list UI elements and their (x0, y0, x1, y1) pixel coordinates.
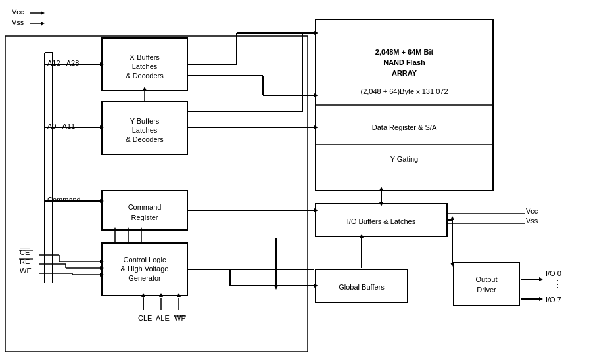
vcc-label: Vcc (12, 8, 24, 16)
data-register-label: Data Register & S/A (372, 124, 437, 131)
x-buffers-label1: X-Buffers (130, 53, 160, 61)
nand-array-label3: ARRAY (392, 69, 417, 77)
svg-rect-14 (454, 263, 519, 306)
output-driver-label1: Output (475, 275, 497, 283)
io7-label: I/O 7 (546, 296, 561, 304)
global-buffers-label: Global Buffers (339, 283, 385, 291)
ale-label: ALE (156, 314, 170, 322)
wp-label: WP (174, 314, 186, 322)
nand-array-label: 2,048M + 64M Bit (375, 48, 434, 56)
dots-icon: ⋮ (552, 279, 563, 290)
y-gating-label: Y-Gating (390, 155, 418, 163)
x-buffers-label2: Latches (132, 62, 158, 70)
ctrl-logic-label2: & High Voltage (121, 265, 169, 273)
a0-a11-label: A0 - A11 (47, 122, 75, 130)
block-diagram: Vcc Vss 2,048M + 64M Bit NAND Flash ARRA… (0, 0, 589, 364)
cle-label: CLE (138, 314, 152, 322)
cmd-register-label1: Command (128, 203, 162, 211)
x-buffers-label3: & Decoders (126, 72, 164, 80)
vcc-right-label: Vcc (526, 207, 538, 215)
y-buffers-label1: Y-Buffers (130, 117, 160, 125)
vss-right-label: Vss (526, 217, 538, 225)
output-driver-label2: Driver (477, 286, 496, 294)
io0-label: I/O 0 (546, 269, 561, 277)
y-buffers-label2: Latches (132, 126, 158, 134)
ctrl-logic-label3: Generator (128, 274, 161, 282)
ctrl-logic-label1: Control Logic (124, 256, 166, 263)
svg-rect-0 (0, 0, 589, 364)
ce-label: CE (20, 248, 30, 256)
we-label: WE (20, 267, 32, 275)
nand-array-detail: (2,048 + 64)Byte x 131,072 (360, 87, 448, 95)
vss-label: Vss (12, 18, 24, 26)
nand-array-label2: NAND Flash (383, 58, 425, 66)
io-buffers-label: I/O Buffers & Latches (347, 217, 416, 225)
cmd-register-label2: Register (131, 214, 158, 221)
y-buffers-label3: & Decoders (126, 135, 164, 143)
